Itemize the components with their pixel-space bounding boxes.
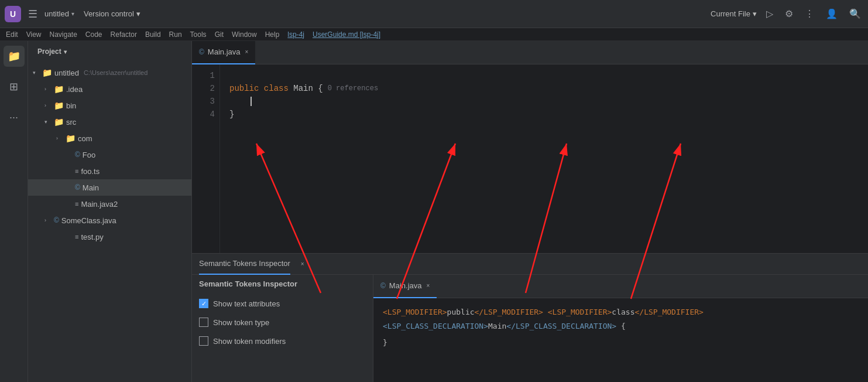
- show-token-type-checkbox[interactable]: [199, 318, 208, 327]
- show-token-modifiers-label: Show token modifiers: [213, 337, 286, 346]
- menu-run[interactable]: Run: [166, 29, 186, 40]
- editor-tab-main[interactable]: © Main.java ×: [192, 41, 255, 64]
- tree-item-untitled[interactable]: ▾ 📁 untitled C:\Users\azerr\untitled: [28, 64, 191, 81]
- tree-java-icon: ©: [75, 183, 80, 192]
- editor-tabs: © Main.java ×: [192, 41, 868, 64]
- tree-java2-icon: ≡: [75, 200, 78, 207]
- activity-project-icon[interactable]: 📁: [4, 46, 25, 67]
- tree-folder-icon: 📁: [54, 84, 64, 94]
- panel-tab-close-icon[interactable]: ×: [301, 261, 304, 267]
- tree-chevron-icon: ›: [44, 103, 52, 108]
- code-line-1: [229, 69, 868, 82]
- menu-userguide[interactable]: UserGuide.md [lsp-4j]: [309, 29, 384, 40]
- profile-icon[interactable]: 👤: [824, 6, 840, 22]
- more-options-icon[interactable]: ⋮: [802, 6, 816, 22]
- code-line-2: public class Main { 0 references: [229, 82, 868, 95]
- app-logo: U: [5, 6, 21, 22]
- menu-refactor[interactable]: Refactor: [107, 29, 140, 40]
- current-file-selector[interactable]: Current File ▾: [711, 9, 757, 18]
- vc-chevron-icon: ▾: [136, 9, 140, 18]
- bottom-tab-close-icon[interactable]: ×: [426, 282, 430, 289]
- tree-folder-icon: 📁: [54, 101, 64, 110]
- tree-item-mainjava2[interactable]: ≡ Main.java2: [28, 196, 191, 212]
- menu-view[interactable]: View: [23, 29, 45, 40]
- line-numbers: 1 2 3 4: [192, 64, 220, 253]
- tree-item-foots[interactable]: ≡ foo.ts: [28, 163, 191, 179]
- tree-item-src[interactable]: ▾ 📁 src: [28, 114, 191, 130]
- checkbox-row-token-type[interactable]: Show token type: [199, 314, 366, 330]
- sidebar-header: Project ▾: [28, 41, 191, 62]
- bottom-right-panel: © Main.java × <LSP_MODIFIER>public</LSP_…: [373, 275, 868, 382]
- text-cursor: [251, 97, 252, 106]
- menu-edit[interactable]: Edit: [2, 29, 22, 40]
- checkbox-row-text-attrs[interactable]: ✓ Show text attributes: [199, 295, 366, 312]
- menu-help[interactable]: Help: [262, 29, 283, 40]
- current-file-chevron-icon: ▾: [753, 9, 757, 18]
- tree-folder-icon: 📁: [54, 117, 64, 127]
- sidebar-tree: ▾ 📁 untitled C:\Users\azerr\untitled › 📁…: [28, 62, 191, 382]
- show-text-attributes-checkbox[interactable]: ✓: [199, 299, 208, 308]
- activity-structure-icon[interactable]: ⊞: [4, 76, 25, 97]
- show-token-type-label: Show token type: [213, 318, 269, 327]
- panel-tabs-bar: Semantic Tokens Inspector ×: [192, 254, 868, 275]
- settings-icon[interactable]: ⚙: [783, 6, 795, 22]
- run-icon[interactable]: ▷: [764, 6, 776, 22]
- tree-folder-icon: 📁: [42, 68, 52, 77]
- titlebar: U ☰ untitled ▾ Version control ▾ Current…: [0, 0, 868, 28]
- token-line-2: }: [383, 336, 859, 350]
- project-chevron-icon: ▾: [71, 11, 74, 17]
- tree-ts-icon: ≡: [75, 168, 78, 175]
- tree-chevron-icon: ▾: [44, 119, 52, 125]
- bottom-left-panel: Semantic Tokens Inspector ✓ Show text at…: [192, 275, 373, 382]
- tree-item-bin[interactable]: › 📁 bin: [28, 97, 191, 114]
- panel-tab-semantic-tokens[interactable]: Semantic Tokens Inspector: [199, 254, 290, 275]
- bottom-tab-main[interactable]: © Main.java ×: [373, 275, 437, 298]
- hamburger-menu-icon[interactable]: ☰: [26, 5, 40, 23]
- tree-chevron-icon: ›: [44, 217, 52, 223]
- search-icon[interactable]: 🔍: [847, 6, 863, 22]
- tree-py-icon: ≡: [75, 233, 78, 240]
- bottom-panel: Semantic Tokens Inspector × Semantic Tok…: [192, 253, 868, 382]
- menu-navigate[interactable]: Navigate: [46, 29, 80, 40]
- activity-bar: 📁 ⊞ ···: [0, 41, 28, 382]
- menu-git[interactable]: Git: [211, 29, 227, 40]
- editor-pane: © Main.java × 1 2 3 4: [192, 41, 868, 253]
- semantic-tokens-title: Semantic Tokens Inspector: [199, 279, 366, 293]
- titlebar-actions: Current File ▾ ▷ ⚙ ⋮ 👤 🔍: [711, 6, 863, 22]
- tree-item-someclass[interactable]: › © SomeClass.java: [28, 212, 191, 228]
- bottom-file-tabs: © Main.java ×: [373, 275, 868, 298]
- content-area: © Main.java × 1 2 3 4: [192, 41, 868, 382]
- menubar: Edit View Navigate Code Refactor Build R…: [0, 28, 868, 41]
- code-line-3: [229, 95, 868, 108]
- tree-item-foo[interactable]: © Foo: [28, 146, 191, 163]
- sidebar: Project ▾ ▾ 📁 untitled C:\Users\azerr\un…: [28, 41, 192, 382]
- bottom-tab-java-icon: ©: [380, 282, 386, 290]
- tree-item-main[interactable]: © Main: [28, 179, 191, 196]
- project-selector[interactable]: untitled ▾: [44, 9, 74, 18]
- tree-chevron-icon: ›: [56, 135, 63, 141]
- tab-close-icon[interactable]: ×: [245, 49, 248, 55]
- bottom-layout: Semantic Tokens Inspector ✓ Show text at…: [192, 275, 868, 382]
- activity-more-icon[interactable]: ···: [4, 107, 25, 128]
- menu-tools[interactable]: Tools: [187, 29, 210, 40]
- menu-build[interactable]: Build: [142, 29, 164, 40]
- main-content-wrapper: © Main.java × 1 2 3 4: [192, 41, 868, 382]
- code-content[interactable]: public class Main { 0 references: [220, 64, 868, 253]
- tree-folder-icon: 📁: [66, 134, 76, 143]
- code-line-4: }: [229, 108, 868, 121]
- tree-item-idea[interactable]: › 📁 .idea: [28, 81, 191, 97]
- version-control-selector[interactable]: Version control ▾: [84, 9, 140, 18]
- token-content-area: <LSP_MODIFIER>public</LSP_MODIFIER> <LSP…: [373, 298, 868, 382]
- show-token-modifiers-checkbox[interactable]: [199, 336, 208, 346]
- checkbox-row-token-modifiers[interactable]: Show token modifiers: [199, 333, 366, 349]
- menu-window[interactable]: Window: [228, 29, 260, 40]
- code-editor[interactable]: 1 2 3 4 public class Main: [192, 64, 868, 253]
- sidebar-chevron-icon: ▾: [64, 49, 67, 55]
- menu-lsp4j[interactable]: lsp-4j: [284, 29, 308, 40]
- main-layout: 📁 ⊞ ··· Project ▾ ▾ 📁 untitled C:\Users\…: [0, 41, 868, 382]
- tree-item-com[interactable]: › 📁 com: [28, 130, 191, 146]
- menu-code[interactable]: Code: [82, 29, 106, 40]
- tree-item-testpy[interactable]: ≡ test.py: [28, 228, 191, 245]
- tree-java-icon: ©: [54, 216, 59, 224]
- tree-java-icon: ©: [75, 151, 80, 159]
